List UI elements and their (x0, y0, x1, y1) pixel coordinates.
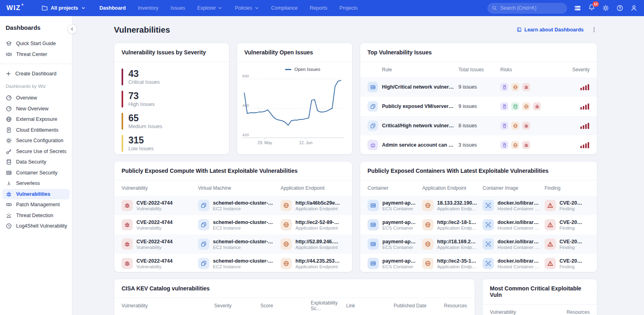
risk-icons (500, 83, 564, 91)
rule-name: Critical/High network vulnerability with… (382, 123, 454, 128)
exposed-compute-row[interactable]: CVE-2022-4744Vulnerabilityschemel-demo-c… (114, 196, 352, 215)
exposed-compute-row[interactable]: CVE-2022-4744Vulnerabilityschemel-demo-c… (114, 234, 352, 254)
sidebar-item-threat-detection[interactable]: Threat Detection (0, 210, 72, 221)
entity-type: Hosted Container I… (497, 226, 540, 230)
top-issue-row[interactable]: Admin service account can be assumed by … (360, 135, 597, 155)
entity-type: Finding (559, 206, 585, 211)
nav-item-explorer[interactable]: Explorer (197, 5, 223, 11)
plus-icon (6, 71, 11, 77)
globe-icon (422, 219, 433, 230)
nav-item-inventory[interactable]: Inventory (138, 5, 158, 11)
sidebar-item-cloud-entitlements[interactable]: Cloud Entitlements (0, 125, 72, 136)
exposed-compute-row[interactable]: CVE-2022-4744Vulnerabilityschemel-demo-c… (114, 215, 352, 234)
severity-stat-high-issues[interactable]: 73 High Issues (122, 91, 222, 108)
severity-card: Vulnerability Issues by Severity 43 Crit… (114, 43, 229, 155)
container-icon (367, 200, 379, 211)
search-input[interactable] (500, 5, 563, 11)
help-icon[interactable] (616, 4, 623, 12)
severity-label: High Issues (128, 102, 155, 107)
entity-name: http://52.89.246.52:8080 (295, 239, 340, 245)
chevron-down-icon (254, 6, 259, 10)
line-chart-svg: 50046042029. May12. Jun (242, 73, 344, 148)
sidebar-title: Dashboards (0, 22, 72, 38)
nav-item-projects[interactable]: Projects (339, 5, 357, 11)
sidebar-item-log4shell-vulnerability[interactable]: Log4Shell Vulnerability (0, 221, 72, 232)
warning-icon (545, 219, 556, 230)
top-issue-row[interactable]: Publicly exposed VM/serverless with a hi… (360, 97, 597, 116)
sidebar-item-serverless[interactable]: λServerless (0, 178, 72, 189)
cisa-kev-card: CISA KEV Catalog vulnerabilities Vulnera… (114, 279, 475, 315)
chart-legend: Open Issues (258, 67, 347, 72)
severity-bars-icon (564, 103, 590, 110)
sidebar-item-container-security[interactable]: Container Security (0, 168, 72, 178)
entity-name: CVE-2022-4744 (136, 200, 173, 206)
exposed-container-row[interactable]: payment-app-3ECS Containerhttp://ec2-18-… (360, 215, 597, 234)
sidebar-item-threat-center[interactable]: Threat Center (0, 49, 72, 60)
project-selector-button[interactable]: All projects (41, 5, 86, 11)
total-issues: 9 issues (458, 104, 500, 109)
sidebar-collapse-button[interactable] (67, 24, 77, 34)
nav-item-dashboard[interactable]: Dashboard (99, 5, 126, 11)
entity-name: schemel-demo-cluster-n… (213, 258, 276, 264)
sidebar: Dashboards Quick Start GuideThreat Cente… (0, 16, 72, 315)
risk-icons (500, 102, 564, 110)
exposed-container-row[interactable]: payment-app-3ECS Containerhttp://ec2-35-… (360, 254, 597, 272)
patch-icon (6, 201, 12, 208)
sidebar-item-external-exposure[interactable]: External Exposure (0, 114, 72, 125)
entity-name: http://ec2-35-17… (437, 258, 478, 264)
kebab-menu-icon[interactable] (591, 27, 597, 33)
sidebar-item-secure-use-of-secrets[interactable]: Secure Use of Secrets (0, 146, 72, 157)
db-risk-icon (511, 102, 519, 110)
bug-risk-icon (533, 102, 541, 110)
console-risk-icon (500, 83, 508, 91)
entity-type: Application Endpoint (295, 206, 340, 211)
nav-item-issues[interactable]: Issues (171, 5, 185, 11)
wiz-logo[interactable]: WIZ+ (6, 4, 24, 12)
exposed-compute-card: Publicly Exposed Compute With Latest Exp… (114, 161, 353, 272)
nav-item-compliance[interactable]: Compliance (271, 5, 298, 11)
entity-type: Finding (559, 226, 585, 230)
entity-name: http://44.235.253.84:8080 (295, 258, 340, 264)
notification-badge: 12 (592, 1, 599, 7)
severity-stat-critical-issues[interactable]: 43 Critical Issues (122, 68, 222, 85)
severity-color-bar (122, 91, 123, 108)
entity-type: EC2 Instance (213, 206, 276, 211)
gear-outline-icon (6, 137, 12, 144)
entity-name: payment-app-3 (382, 239, 417, 245)
globe-risk-icon (511, 122, 519, 130)
exposed-container-row[interactable]: payment-app-3ECS Containerhttp://18.169.… (360, 234, 597, 254)
entity-type: Application Endpoi… (437, 245, 478, 250)
severity-stat-medium-issues[interactable]: 65 Medium Issues (122, 113, 222, 130)
container-icon (6, 170, 12, 176)
global-search[interactable] (487, 3, 567, 14)
sidebar-item-patch-management[interactable]: Patch Management (0, 199, 72, 210)
warning-icon (545, 200, 556, 211)
sidebar-item-data-security[interactable]: Data Security (0, 157, 72, 168)
severity-label: Low Issues (128, 146, 154, 151)
db-icon (6, 159, 12, 165)
sidebar-item-quick-start-guide[interactable]: Quick Start Guide (0, 38, 72, 49)
top-issue-row[interactable]: High/Critical network vulnerability with… (360, 77, 597, 97)
nav-item-policies[interactable]: Policies (235, 5, 259, 11)
entity-type: Finding (559, 245, 585, 250)
user-profile-icon[interactable] (630, 4, 638, 12)
sidebar-item-vulnerabilities[interactable]: Vulnerabilities (2, 189, 70, 200)
sidebar-item-overview[interactable]: Overview (0, 93, 72, 104)
severity-color-bar (122, 113, 123, 130)
severity-count: 43 (128, 69, 160, 79)
nav-item-reports[interactable]: Reports (310, 5, 328, 11)
learn-about-dashboards-link[interactable]: Learn about Dashboards (516, 27, 584, 33)
sidebar-item-secure-configuration[interactable]: Secure Configuration (0, 135, 72, 146)
panels-icon[interactable] (574, 4, 581, 12)
severity-count: 73 (128, 91, 155, 101)
exposed-container-row[interactable]: payment-app-3ECS Container18.133.232.190… (360, 196, 597, 215)
create-dashboard-button[interactable]: Create Dashboard (0, 68, 72, 79)
settings-gear-icon[interactable] (602, 4, 609, 12)
severity-stat-low-issues[interactable]: 315 Low Issues (122, 135, 222, 152)
image-scan-icon (483, 258, 494, 269)
top-issue-row[interactable]: Critical/High network vulnerability with… (360, 116, 597, 135)
vm-icon (367, 101, 378, 112)
exposed-compute-row[interactable]: CVE-2022-4744Vulnerabilityschemel-demo-c… (114, 254, 352, 272)
entity-type: EC2 Instance (213, 264, 276, 269)
sidebar-item-new-overview[interactable]: New Overview (0, 104, 72, 114)
